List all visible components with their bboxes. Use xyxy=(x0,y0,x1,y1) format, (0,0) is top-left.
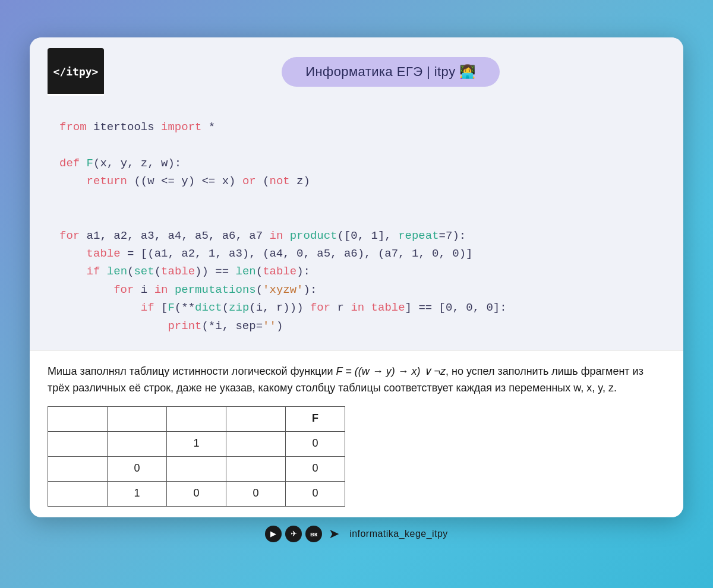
dict-open: ( xyxy=(222,301,229,314)
fn-F-call: F xyxy=(168,301,174,314)
code-line-3: def F(x, y, z, w): xyxy=(59,154,654,172)
cell-r2c4 xyxy=(226,456,286,481)
not-part: ( xyxy=(256,175,270,188)
code-blank-1 xyxy=(59,137,654,154)
footer-icons: ▶ ✈ вк ➤ xyxy=(265,526,342,542)
code-area: from itertools import * def F(x, y, z, w… xyxy=(30,106,683,350)
cell-r3c5: 0 xyxy=(286,481,345,506)
kw-table-2: table xyxy=(161,265,195,278)
code-line-12: print(*i, sep='') xyxy=(59,317,654,335)
set-table: ( xyxy=(154,265,161,278)
close-len: ): xyxy=(296,265,310,278)
code-line-7: for a1, a2, a3, a4, a5, a6, a7 in produc… xyxy=(59,227,654,245)
col-header-3 xyxy=(167,406,226,431)
text-section: Миша заполнял таблицу истинности логичес… xyxy=(30,350,683,517)
fn-params: (x, y, z, w): xyxy=(93,157,181,170)
title-pill: Информатика ЕГЭ | itpy 👩‍💻 xyxy=(282,57,499,87)
id-itertools: itertools xyxy=(87,121,161,134)
close-set: )) == xyxy=(195,265,235,278)
kw-for-1: for xyxy=(59,229,80,242)
repeat-val: =7): xyxy=(439,229,466,242)
fn-len-1: len xyxy=(107,265,127,278)
col-header-1 xyxy=(48,406,108,431)
not-z: z) xyxy=(290,175,310,188)
col-header-2 xyxy=(108,406,167,431)
table-row: 1 0 xyxy=(48,431,345,456)
cell-r3c2: 1 xyxy=(108,481,167,506)
logo-text: </itpy> xyxy=(53,67,99,77)
kw-table-4: table xyxy=(371,301,405,314)
table-row: 1 0 0 0 xyxy=(48,481,345,506)
kw-def: def xyxy=(59,157,80,170)
cell-r1c5: 0 xyxy=(286,431,345,456)
code-blank-2 xyxy=(59,191,654,208)
kw-print: print xyxy=(168,320,201,333)
indent12 xyxy=(59,320,168,333)
arrow-right-icon: ➤ xyxy=(326,526,342,542)
indent9 xyxy=(59,265,87,278)
str-xyzw: 'xyzw' xyxy=(263,283,303,296)
kw-import: import xyxy=(161,121,201,134)
perm-open: ( xyxy=(256,283,263,296)
math-formula: F = ((w → y) → x) ∨ ¬z xyxy=(336,365,446,377)
space9 xyxy=(100,265,106,278)
cell-r2c5: 0 xyxy=(286,456,345,481)
indent10 xyxy=(59,283,113,296)
perm-close: ): xyxy=(304,283,317,296)
cell-r1c1 xyxy=(48,431,108,456)
len-table: ( xyxy=(256,265,263,278)
space11: [ xyxy=(154,301,168,314)
header: </itpy> Информатика ЕГЭ | itpy 👩‍💻 xyxy=(30,37,683,106)
cell-r1c2 xyxy=(108,431,167,456)
description-text: Миша заполнял таблицу истинности логичес… xyxy=(48,363,665,397)
header-title: Информатика ЕГЭ | itpy 👩‍💻 xyxy=(305,64,475,79)
fn-len-2: len xyxy=(236,265,256,278)
cell-r1c3: 1 xyxy=(167,431,226,456)
str-sep: '' xyxy=(263,320,276,333)
table-wrapper: F 1 0 0 0 xyxy=(48,406,665,507)
return-body: ((w <= y) <= x) xyxy=(127,175,242,188)
code-blank-3 xyxy=(59,208,654,226)
star: * xyxy=(201,121,215,134)
fn-set: set xyxy=(134,265,154,278)
cell-r2c2: 0 xyxy=(108,456,167,481)
indent11 xyxy=(59,301,141,314)
product-args: ([0, 1], xyxy=(337,229,399,242)
indent8 xyxy=(59,247,87,260)
col-header-F: F xyxy=(286,406,345,431)
kw-return: return xyxy=(87,175,127,188)
kw-in-1: in xyxy=(269,229,283,242)
kw-in-3: in xyxy=(351,301,364,314)
truth-table: F 1 0 0 0 xyxy=(48,406,345,507)
space1 xyxy=(283,229,289,242)
kw-or: or xyxy=(242,175,256,188)
cell-r3c3: 0 xyxy=(167,481,226,506)
paren1: ( xyxy=(127,265,134,278)
cell-r1c4 xyxy=(226,431,286,456)
code-line-10: for i in permutations('xyzw'): xyxy=(59,281,654,299)
kw-in-2: in xyxy=(154,283,168,296)
code-line-1: from itertools import * xyxy=(59,118,654,136)
print-close: ) xyxy=(276,320,283,333)
table-row: 0 0 xyxy=(48,456,345,481)
code-line-9: if len(set(table)) == len(table): xyxy=(59,263,654,280)
print-args: (*i, sep= xyxy=(201,320,263,333)
fn-product: product xyxy=(290,229,337,242)
space10 xyxy=(168,283,174,296)
kw-if-1: if xyxy=(87,265,100,278)
for-r: r xyxy=(330,301,351,314)
cell-r3c4: 0 xyxy=(226,481,286,506)
table-assign: = [(a1, a2, 1, a3), (a4, 0, a5, a6), (a7… xyxy=(121,247,473,260)
in-table xyxy=(364,301,371,314)
fn-dict: dict xyxy=(195,301,222,314)
cell-r3c1 xyxy=(48,481,108,506)
vk-icon: вк xyxy=(305,526,322,542)
code-line-4: return ((w <= y) <= x) or (not z) xyxy=(59,172,654,190)
kw-for-2: for xyxy=(113,283,134,296)
cell-r2c1 xyxy=(48,456,108,481)
kw-table: table xyxy=(87,247,121,260)
kw-table-3: table xyxy=(263,265,296,278)
kw-not: not xyxy=(270,175,290,188)
fn-F: F xyxy=(80,157,93,170)
kw-repeat: repeat xyxy=(398,229,438,242)
